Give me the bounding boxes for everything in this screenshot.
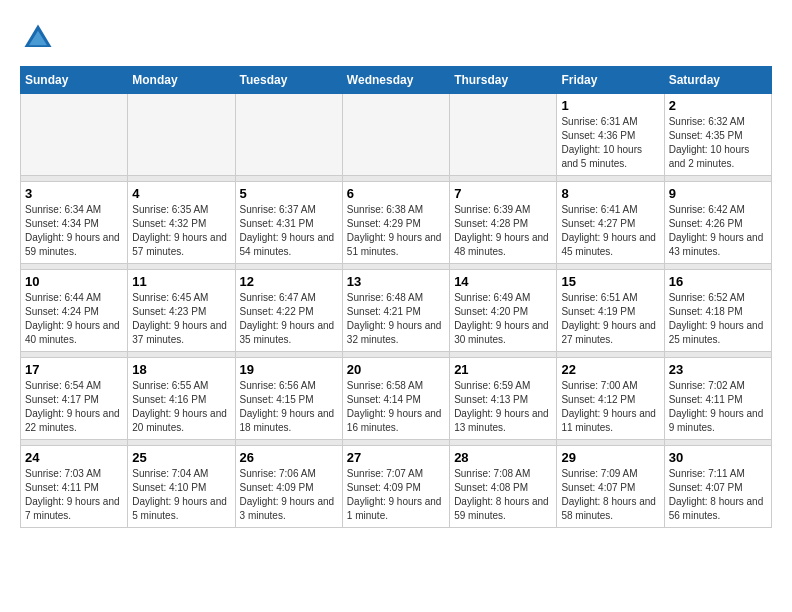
day-cell: 9Sunrise: 6:42 AM Sunset: 4:26 PM Daylig… [664, 182, 771, 264]
header [20, 20, 772, 56]
day-info: Sunrise: 6:56 AM Sunset: 4:15 PM Dayligh… [240, 379, 338, 435]
week-row-4: 17Sunrise: 6:54 AM Sunset: 4:17 PM Dayli… [21, 358, 772, 440]
day-number: 21 [454, 362, 552, 377]
calendar: SundayMondayTuesdayWednesdayThursdayFrid… [20, 66, 772, 528]
day-cell: 21Sunrise: 6:59 AM Sunset: 4:13 PM Dayli… [450, 358, 557, 440]
day-cell: 5Sunrise: 6:37 AM Sunset: 4:31 PM Daylig… [235, 182, 342, 264]
day-info: Sunrise: 6:58 AM Sunset: 4:14 PM Dayligh… [347, 379, 445, 435]
day-number: 4 [132, 186, 230, 201]
day-number: 13 [347, 274, 445, 289]
day-cell: 26Sunrise: 7:06 AM Sunset: 4:09 PM Dayli… [235, 446, 342, 528]
day-cell: 3Sunrise: 6:34 AM Sunset: 4:34 PM Daylig… [21, 182, 128, 264]
day-number: 10 [25, 274, 123, 289]
day-cell: 23Sunrise: 7:02 AM Sunset: 4:11 PM Dayli… [664, 358, 771, 440]
day-info: Sunrise: 6:31 AM Sunset: 4:36 PM Dayligh… [561, 115, 659, 171]
day-info: Sunrise: 6:47 AM Sunset: 4:22 PM Dayligh… [240, 291, 338, 347]
day-info: Sunrise: 6:52 AM Sunset: 4:18 PM Dayligh… [669, 291, 767, 347]
day-cell: 16Sunrise: 6:52 AM Sunset: 4:18 PM Dayli… [664, 270, 771, 352]
day-cell: 14Sunrise: 6:49 AM Sunset: 4:20 PM Dayli… [450, 270, 557, 352]
day-cell: 11Sunrise: 6:45 AM Sunset: 4:23 PM Dayli… [128, 270, 235, 352]
day-header-sunday: Sunday [21, 67, 128, 94]
day-number: 15 [561, 274, 659, 289]
day-number: 23 [669, 362, 767, 377]
day-info: Sunrise: 6:39 AM Sunset: 4:28 PM Dayligh… [454, 203, 552, 259]
day-number: 27 [347, 450, 445, 465]
day-info: Sunrise: 6:45 AM Sunset: 4:23 PM Dayligh… [132, 291, 230, 347]
day-cell: 4Sunrise: 6:35 AM Sunset: 4:32 PM Daylig… [128, 182, 235, 264]
week-row-5: 24Sunrise: 7:03 AM Sunset: 4:11 PM Dayli… [21, 446, 772, 528]
day-info: Sunrise: 7:03 AM Sunset: 4:11 PM Dayligh… [25, 467, 123, 523]
day-number: 3 [25, 186, 123, 201]
day-cell: 27Sunrise: 7:07 AM Sunset: 4:09 PM Dayli… [342, 446, 449, 528]
day-info: Sunrise: 7:04 AM Sunset: 4:10 PM Dayligh… [132, 467, 230, 523]
day-header-monday: Monday [128, 67, 235, 94]
day-cell: 17Sunrise: 6:54 AM Sunset: 4:17 PM Dayli… [21, 358, 128, 440]
day-cell: 8Sunrise: 6:41 AM Sunset: 4:27 PM Daylig… [557, 182, 664, 264]
day-number: 2 [669, 98, 767, 113]
day-number: 1 [561, 98, 659, 113]
day-number: 24 [25, 450, 123, 465]
week-row-1: 1Sunrise: 6:31 AM Sunset: 4:36 PM Daylig… [21, 94, 772, 176]
day-cell: 7Sunrise: 6:39 AM Sunset: 4:28 PM Daylig… [450, 182, 557, 264]
day-header-saturday: Saturday [664, 67, 771, 94]
day-header-thursday: Thursday [450, 67, 557, 94]
day-number: 17 [25, 362, 123, 377]
day-info: Sunrise: 6:48 AM Sunset: 4:21 PM Dayligh… [347, 291, 445, 347]
day-cell: 24Sunrise: 7:03 AM Sunset: 4:11 PM Dayli… [21, 446, 128, 528]
day-info: Sunrise: 6:51 AM Sunset: 4:19 PM Dayligh… [561, 291, 659, 347]
day-cell: 12Sunrise: 6:47 AM Sunset: 4:22 PM Dayli… [235, 270, 342, 352]
day-number: 6 [347, 186, 445, 201]
day-info: Sunrise: 6:41 AM Sunset: 4:27 PM Dayligh… [561, 203, 659, 259]
day-info: Sunrise: 7:07 AM Sunset: 4:09 PM Dayligh… [347, 467, 445, 523]
day-number: 28 [454, 450, 552, 465]
day-cell: 19Sunrise: 6:56 AM Sunset: 4:15 PM Dayli… [235, 358, 342, 440]
day-cell: 15Sunrise: 6:51 AM Sunset: 4:19 PM Dayli… [557, 270, 664, 352]
day-info: Sunrise: 7:11 AM Sunset: 4:07 PM Dayligh… [669, 467, 767, 523]
week-row-3: 10Sunrise: 6:44 AM Sunset: 4:24 PM Dayli… [21, 270, 772, 352]
day-number: 18 [132, 362, 230, 377]
day-number: 19 [240, 362, 338, 377]
day-cell: 10Sunrise: 6:44 AM Sunset: 4:24 PM Dayli… [21, 270, 128, 352]
day-cell: 25Sunrise: 7:04 AM Sunset: 4:10 PM Dayli… [128, 446, 235, 528]
day-number: 5 [240, 186, 338, 201]
header-row: SundayMondayTuesdayWednesdayThursdayFrid… [21, 67, 772, 94]
day-info: Sunrise: 6:42 AM Sunset: 4:26 PM Dayligh… [669, 203, 767, 259]
day-info: Sunrise: 7:08 AM Sunset: 4:08 PM Dayligh… [454, 467, 552, 523]
day-info: Sunrise: 7:09 AM Sunset: 4:07 PM Dayligh… [561, 467, 659, 523]
day-number: 14 [454, 274, 552, 289]
day-cell [21, 94, 128, 176]
day-number: 8 [561, 186, 659, 201]
day-info: Sunrise: 6:38 AM Sunset: 4:29 PM Dayligh… [347, 203, 445, 259]
day-cell: 29Sunrise: 7:09 AM Sunset: 4:07 PM Dayli… [557, 446, 664, 528]
day-header-tuesday: Tuesday [235, 67, 342, 94]
day-info: Sunrise: 7:06 AM Sunset: 4:09 PM Dayligh… [240, 467, 338, 523]
day-number: 26 [240, 450, 338, 465]
day-cell: 28Sunrise: 7:08 AM Sunset: 4:08 PM Dayli… [450, 446, 557, 528]
day-info: Sunrise: 6:59 AM Sunset: 4:13 PM Dayligh… [454, 379, 552, 435]
day-cell: 2Sunrise: 6:32 AM Sunset: 4:35 PM Daylig… [664, 94, 771, 176]
day-header-wednesday: Wednesday [342, 67, 449, 94]
day-number: 29 [561, 450, 659, 465]
day-info: Sunrise: 6:37 AM Sunset: 4:31 PM Dayligh… [240, 203, 338, 259]
day-number: 16 [669, 274, 767, 289]
logo-icon [20, 20, 56, 56]
day-number: 11 [132, 274, 230, 289]
day-number: 30 [669, 450, 767, 465]
day-cell [342, 94, 449, 176]
day-number: 20 [347, 362, 445, 377]
day-info: Sunrise: 6:49 AM Sunset: 4:20 PM Dayligh… [454, 291, 552, 347]
day-number: 22 [561, 362, 659, 377]
day-info: Sunrise: 6:32 AM Sunset: 4:35 PM Dayligh… [669, 115, 767, 171]
day-number: 9 [669, 186, 767, 201]
day-info: Sunrise: 6:44 AM Sunset: 4:24 PM Dayligh… [25, 291, 123, 347]
day-cell: 22Sunrise: 7:00 AM Sunset: 4:12 PM Dayli… [557, 358, 664, 440]
day-cell [235, 94, 342, 176]
day-number: 7 [454, 186, 552, 201]
day-cell: 1Sunrise: 6:31 AM Sunset: 4:36 PM Daylig… [557, 94, 664, 176]
day-cell: 30Sunrise: 7:11 AM Sunset: 4:07 PM Dayli… [664, 446, 771, 528]
day-header-friday: Friday [557, 67, 664, 94]
day-cell: 13Sunrise: 6:48 AM Sunset: 4:21 PM Dayli… [342, 270, 449, 352]
day-cell [128, 94, 235, 176]
day-info: Sunrise: 7:00 AM Sunset: 4:12 PM Dayligh… [561, 379, 659, 435]
logo [20, 20, 60, 56]
